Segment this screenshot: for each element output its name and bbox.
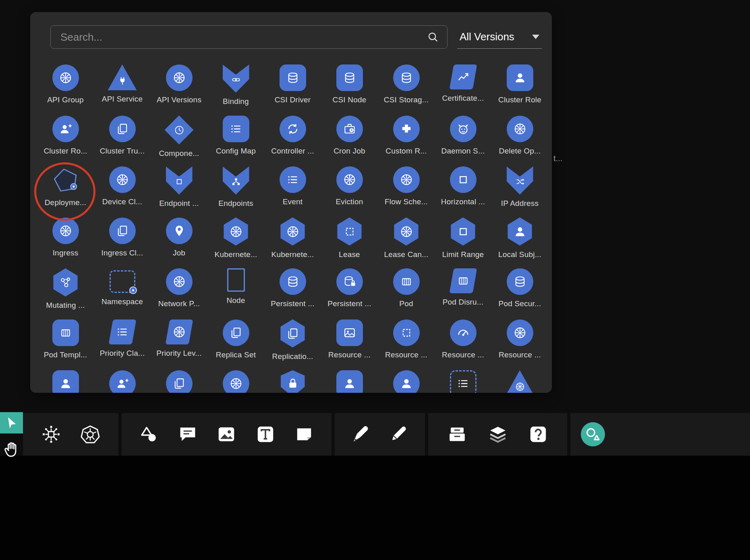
grid-item[interactable]: Cluster Ro... [37,116,94,167]
person-plus-glyph-icon [116,377,129,390]
grid-item[interactable]: Endpoints [207,166,264,218]
grid-item[interactable]: Event [264,166,321,218]
grid-item[interactable]: Cluster Role [491,64,548,116]
grid-item[interactable]: Namespace [94,268,151,319]
grid-item[interactable] [94,370,151,393]
grid-item[interactable] [491,370,548,393]
resource-label: Ingress Cl... [102,249,143,257]
grid-item[interactable]: Kubernete... [264,218,321,269]
grid-item[interactable]: Pod Secur... [491,268,548,319]
resource-label: CSI Driver [275,95,311,104]
grid-item[interactable]: Node [207,268,264,319]
grid-item[interactable]: Resource ... [435,319,491,371]
grid-item[interactable]: Pod Disru... [435,268,491,319]
grid-item[interactable]: Replicatio... [264,319,321,371]
custom-r-icon [393,116,420,142]
resource-label: Local Subj... [498,250,541,259]
graph-tool-button[interactable] [40,423,62,446]
grid-item[interactable]: Custom R... [378,116,435,167]
grid-item[interactable]: Cluster Tru... [94,116,151,167]
grid-item[interactable]: Compone... [151,116,207,167]
grid-item[interactable]: Eviction [321,166,378,218]
grid-item[interactable]: Deployme... [37,166,94,218]
image-tool-button[interactable] [215,423,238,446]
version-filter-dropdown[interactable]: All Versions [457,25,542,49]
grid-item[interactable]: Persistent ... [321,268,378,319]
list-glyph-icon [456,377,470,390]
grid-item[interactable]: Ingress [37,218,94,269]
grid-item[interactable]: API Versions [151,64,207,116]
note-tool-button[interactable] [293,423,315,446]
grid-item[interactable]: Flow Sche... [378,166,435,218]
grid-item[interactable]: Local Subj... [491,218,548,269]
grid-item[interactable] [435,370,491,393]
container-glyph-icon [456,274,470,288]
grid-item[interactable] [378,370,435,393]
grid-item[interactable]: Resource ... [378,319,435,371]
grid-item[interactable]: Network P... [151,268,207,319]
grid-item[interactable]: Job [151,218,207,269]
grid-item[interactable]: API Group [37,64,94,116]
grid-item[interactable]: Certificate... [435,64,491,116]
help-tool-button[interactable] [527,423,549,446]
plug-glyph-icon [117,76,128,86]
grid-item[interactable]: CSI Node [321,64,378,116]
kubernetes-tool-button[interactable] [79,423,102,446]
grid-item[interactable]: CSI Driver [264,64,321,116]
grid-item[interactable]: Persistent ... [264,268,321,319]
pencil-tool-button[interactable] [387,423,410,446]
grid-item[interactable]: Kubernete... [207,218,264,269]
grid-item[interactable]: Priority Cla... [94,319,151,371]
grid-item[interactable]: Binding [207,64,264,116]
search-icon[interactable] [427,31,439,43]
search-box[interactable] [50,25,448,49]
grid-item[interactable] [207,370,264,393]
grid-item[interactable]: Lease [321,218,378,269]
grid-item[interactable]: Resource ... [491,319,548,371]
grid-item[interactable]: Cron Job [321,116,378,167]
grid-item[interactable]: Lease Can... [378,218,435,269]
grid-item[interactable]: CSI Storag... [378,64,435,116]
text-tool-button[interactable] [254,423,277,446]
grid-item[interactable]: Endpoint ... [151,166,207,218]
grid-item[interactable] [37,370,94,393]
grid-item[interactable]: Pod [378,268,435,319]
persistent-icon [280,268,306,295]
grid-item[interactable] [264,370,321,393]
search-input[interactable] [51,31,427,44]
grid-item[interactable]: Horizontal ... [435,166,491,218]
papers-glyph-icon [172,377,186,390]
pen-tool-button[interactable] [350,423,372,446]
grid-item[interactable]: Device Cl... [94,166,151,218]
grid-item[interactable]: IP Address [491,166,548,218]
shape-library-tool-button[interactable] [581,422,605,446]
resource-icon [336,319,363,346]
grid-item[interactable]: Mutating ... [37,268,94,319]
pan-tool-button[interactable] [2,438,21,463]
layers-tool-button[interactable] [487,423,509,446]
grid-item[interactable]: Priority Lev... [151,319,207,371]
wheel-glyph-icon [172,325,186,339]
device-cl-icon [109,166,136,193]
daemon-s-icon [450,116,477,142]
grid-item[interactable]: Resource ... [321,319,378,371]
archive-tool-button[interactable] [446,423,468,446]
grid-item[interactable]: Config Map [207,116,264,167]
grid-item[interactable]: Limit Range [435,218,491,269]
grid-item[interactable] [151,370,207,393]
resource-label: Compone... [159,149,199,158]
grid-item[interactable]: Pod Templ... [37,319,94,371]
horizontal-icon [450,166,477,193]
select-tool-button[interactable] [0,412,23,433]
grid-item[interactable] [321,370,378,393]
text-icon [256,425,275,444]
grid-item[interactable]: Replica Set [207,319,264,371]
shapes-tool-button[interactable] [138,423,160,446]
grid-item[interactable]: Controller ... [264,116,321,167]
grid-item[interactable]: API Service [94,64,151,116]
kubernetes-icon [81,425,100,444]
grid-item[interactable]: Daemon S... [435,116,491,167]
comment-tool-button[interactable] [176,423,199,446]
grid-item[interactable]: Delete Op... [491,116,548,167]
grid-item[interactable]: Ingress Cl... [94,218,151,269]
